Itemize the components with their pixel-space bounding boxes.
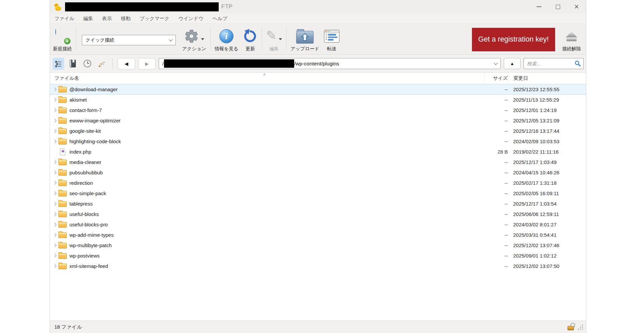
table-row[interactable]: seo-simple-pack -- 2025/02/05 16:09:11 (50, 188, 586, 199)
bookmark-icon (70, 60, 76, 67)
menu-item-1[interactable]: ファイル (54, 15, 74, 22)
menu-item-7[interactable]: ヘルプ (212, 15, 227, 22)
registration-key-button[interactable]: Get a registration key! (472, 28, 555, 51)
folder-icon (58, 87, 67, 93)
disclosure-chevron-icon[interactable] (52, 255, 57, 257)
globe-plus-icon: + (55, 29, 69, 43)
table-row[interactable]: wp-add-mime-types -- 2025/03/31 0:54:41 (50, 230, 586, 240)
file-modified: 2025/11/13 12:55:29 (508, 97, 586, 103)
search-field (524, 58, 584, 69)
refresh-button[interactable]: 更新 (240, 25, 260, 53)
resize-grip[interactable] (578, 325, 583, 330)
transfers-label: 転送 (327, 46, 336, 52)
close-button[interactable]: × (567, 0, 586, 13)
search-input[interactable] (527, 61, 575, 66)
quick-connect-value: クイック接続 (86, 37, 114, 43)
table-row[interactable]: tablepress -- 2025/12/17 1:03:54 (50, 199, 586, 209)
file-name: google-site-kit (68, 128, 484, 134)
bonjour-view-button[interactable] (96, 58, 107, 70)
pencil-icon: ✎ (266, 29, 277, 42)
disclosure-chevron-icon[interactable] (52, 99, 57, 101)
disclosure-chevron-icon[interactable] (52, 234, 57, 236)
disclosure-chevron-icon[interactable] (52, 119, 57, 122)
file-size: -- (484, 222, 508, 227)
disclosure-chevron-icon[interactable] (52, 213, 57, 215)
menu-item-4[interactable]: 移動 (121, 15, 130, 22)
file-name: tablepress (68, 201, 484, 207)
table-row[interactable]: ewww-image-optimizer -- 2025/12/05 13:21… (50, 115, 586, 126)
outline-view-button[interactable] (53, 58, 64, 70)
maximize-button[interactable] (548, 0, 567, 13)
table-row[interactable]: xml-sitemap-feed -- 2025/12/02 13:07:50 (50, 261, 586, 271)
table-row[interactable]: index.php 28 B 2019/02/22 11:11:16 (50, 147, 586, 157)
menu-item-5[interactable]: ブックマーク (140, 15, 169, 22)
disclosure-chevron-icon[interactable] (52, 244, 57, 246)
table-row[interactable]: akismet -- 2025/11/13 12:55:29 (50, 95, 586, 105)
folder-icon (58, 108, 67, 113)
upload-button[interactable]: アップロード (288, 25, 322, 53)
action-button[interactable]: アクション (180, 25, 209, 53)
parent-directory-button[interactable]: ▲ (504, 58, 521, 69)
disclosure-chevron-icon[interactable] (52, 203, 57, 205)
new-connection-button[interactable]: + 新規接続 (51, 25, 74, 53)
window-title-protocol: FTP (221, 3, 233, 10)
table-row[interactable]: pubsubhubbub -- 2024/04/15 10:46:26 (50, 167, 586, 178)
disclosure-chevron-icon[interactable] (52, 171, 57, 174)
quick-connect-combobox[interactable]: クイック接続 (82, 35, 176, 45)
history-view-button[interactable] (82, 58, 93, 70)
menu-item-3[interactable]: 表示 (102, 15, 112, 22)
file-name: wp-postviews (68, 253, 484, 259)
disclosure-chevron-icon[interactable] (52, 182, 57, 184)
minimize-button[interactable] (530, 0, 548, 13)
folder-icon (58, 212, 67, 217)
file-name: akismet (68, 97, 484, 103)
disconnect-button[interactable]: 接続解除 (560, 25, 583, 53)
column-header-modified[interactable]: 変更日 (508, 73, 586, 84)
table-row[interactable]: wp-multibyte-patch -- 2025/12/02 13:07:4… (50, 240, 586, 251)
menu-item-6[interactable]: ウインドウ (178, 15, 203, 22)
table-row[interactable]: redirection -- 2025/02/17 1:31:18 (50, 178, 586, 188)
file-size: -- (484, 138, 508, 144)
folder-icon (58, 243, 67, 248)
file-size: -- (484, 232, 508, 238)
table-row[interactable]: useful-blocks-pro -- 2024/03/02 8:01:27 (50, 219, 586, 230)
folder-icon (58, 170, 67, 176)
disclosure-chevron-icon[interactable] (52, 161, 57, 163)
disclosure-chevron-icon[interactable] (52, 109, 57, 111)
table-row[interactable]: contact-form-7 -- 2025/12/01 1:24:19 (50, 105, 586, 115)
gear-icon (184, 29, 199, 44)
menu-item-2[interactable]: 編集 (83, 15, 93, 22)
file-size: -- (484, 263, 508, 269)
file-size: -- (484, 180, 508, 186)
table-row[interactable]: media-cleaner -- 2025/12/17 1:03:49 (50, 157, 586, 167)
transfers-button[interactable]: 転送 (322, 25, 342, 53)
eject-icon (566, 32, 577, 41)
column-header-size[interactable]: サイズ (484, 73, 508, 84)
get-info-button[interactable]: i 情報を見る (212, 25, 241, 53)
disclosure-chevron-icon[interactable] (52, 88, 57, 91)
file-modified: 2025/12/17 1:03:54 (508, 201, 586, 207)
disclosure-chevron-icon[interactable] (52, 140, 57, 143)
table-row[interactable]: google-site-kit -- 2025/12/16 13:17:44 (50, 126, 586, 136)
table-row[interactable]: wp-postviews -- 2025/09/01 1:02:12 (50, 251, 586, 261)
bonjour-icon (98, 60, 106, 68)
file-icon (60, 149, 65, 155)
folder-icon (58, 139, 67, 145)
back-button[interactable]: ◀ (118, 58, 135, 69)
disclosure-chevron-icon[interactable] (52, 223, 57, 226)
column-header-filename[interactable]: ファイル名 (50, 75, 484, 81)
table-row[interactable]: @download-manager -- 2025/12/23 12:55:55 (50, 84, 586, 95)
refresh-icon (243, 29, 258, 44)
table-row[interactable]: useful-blocks -- 2025/06/06 12:59:11 (50, 209, 586, 219)
table-row[interactable]: highlighting-code-block -- 2024/02/09 10… (50, 136, 586, 147)
file-modified: 2024/03/02 8:01:27 (508, 222, 586, 227)
edit-button[interactable]: ✎ 編集 (264, 25, 284, 53)
disclosure-chevron-icon[interactable] (52, 192, 57, 195)
bookmarks-view-button[interactable] (67, 58, 78, 70)
disclosure-chevron-icon[interactable] (52, 265, 57, 267)
file-name: highlighting-code-block (68, 138, 484, 144)
forward-button[interactable]: ▶ (138, 58, 156, 69)
path-combobox[interactable]: / /wp-content/plugins (159, 58, 501, 69)
file-name: contact-form-7 (68, 107, 484, 113)
disclosure-chevron-icon[interactable] (52, 130, 57, 132)
